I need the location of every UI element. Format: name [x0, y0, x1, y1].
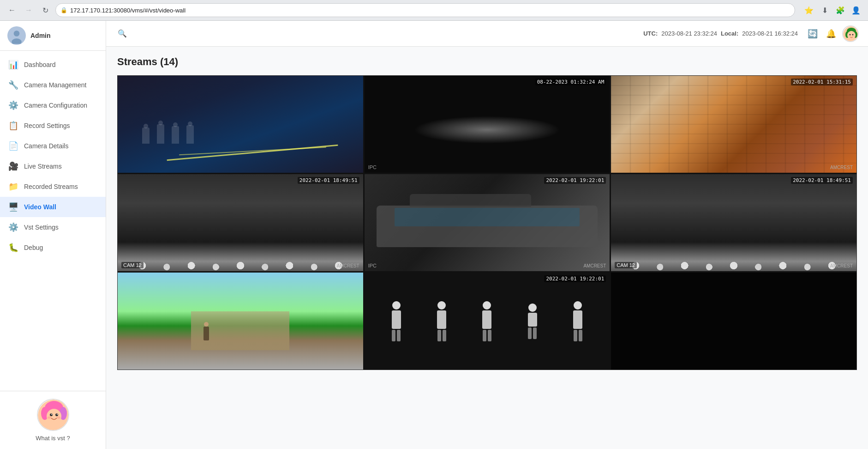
what-is-vst-label: What is vst ?: [7, 435, 98, 442]
thermal-person-3: [482, 301, 491, 341]
svg-point-8: [50, 413, 53, 416]
t-leg-r: [397, 330, 401, 341]
cell-2-cam-label: IPC: [368, 164, 377, 170]
park-person: [204, 327, 209, 340]
thermal-person-2: [437, 301, 446, 341]
t-leg-l: [574, 330, 577, 341]
browser-actions: ⭐ ⬇ 🧩 👤: [802, 4, 862, 17]
video-cell-3[interactable]: 2022-02-01 15:31:15 AMCREST: [611, 76, 856, 173]
t-body: [573, 310, 582, 329]
t-head: [574, 301, 582, 309]
camera-management-icon: 🔧: [8, 80, 18, 90]
sidebar-item-label: Video Wall: [24, 203, 56, 211]
sidebar-item-label: Camera Management: [24, 81, 86, 89]
t-legs: [574, 330, 582, 341]
thermal-person-4: [528, 303, 537, 339]
sidebar-item-label: Camera Details: [24, 142, 68, 150]
thermal-person-1: [392, 301, 401, 341]
refresh-button[interactable]: 🔄: [805, 26, 820, 41]
cell-6-timestamp: 2022-02-01 18:49:51: [791, 177, 853, 184]
camera-configuration-icon: ⚙️: [8, 100, 18, 110]
record-settings-icon: 📋: [8, 121, 18, 131]
t-legs: [528, 328, 537, 339]
store-shelves: [611, 76, 856, 173]
t-legs: [437, 330, 446, 341]
t-leg-l: [437, 330, 441, 341]
cell-4-cam-label: CAM 12: [121, 262, 144, 268]
sidebar-item-vst-settings[interactable]: ⚙️ Vst Settings: [0, 217, 106, 237]
cell-8-timestamp: 2022-02-01 19:22:01: [544, 275, 606, 282]
lock-icon: 🔒: [60, 7, 67, 13]
sidebar-item-label: Record Settings: [24, 122, 70, 129]
thermal-person-5: [573, 301, 582, 341]
sidebar-item-video-wall[interactable]: 🖥️ Video Wall: [0, 197, 106, 217]
sidebar-item-camera-management[interactable]: 🔧 Camera Management: [0, 75, 106, 95]
sidebar-header: Admin: [0, 21, 106, 51]
back-button[interactable]: ←: [6, 4, 18, 17]
user-avatar-top[interactable]: [842, 25, 859, 42]
person-3: [172, 126, 179, 144]
svg-point-19: [850, 34, 851, 35]
cell-6-cam-label: CAM 12: [615, 262, 637, 268]
address-bar[interactable]: 🔒 172.17.170.121:30080/vms/#/vst/video-w…: [55, 3, 795, 17]
cell-5-timestamp: 2022-02-01 19:22:01: [544, 177, 606, 184]
sidebar-item-live-streams[interactable]: 🎥 Live Streams: [0, 156, 106, 176]
person-2: [157, 124, 164, 144]
video-cell-5[interactable]: 2022-02-01 19:22:01 IPC AMCREST: [365, 174, 610, 271]
user-avatar[interactable]: [37, 399, 69, 431]
live-streams-icon: 🎥: [8, 161, 18, 171]
top-bar-right: UTC: 2023-08-21 23:32:24 Local: 2023-08-…: [643, 25, 859, 42]
admin-avatar: [7, 26, 26, 45]
t-leg-r: [488, 330, 491, 341]
video-cell-2[interactable]: 08-22-2023 01:32:24 AM IPC: [365, 76, 610, 173]
t-head: [528, 303, 537, 312]
video-cell-1[interactable]: [118, 76, 363, 173]
video-cell-4[interactable]: 2022-02-01 18:49:51 CAM 12 AMCREST: [118, 174, 363, 271]
sidebar-footer: What is vst ?: [0, 391, 106, 449]
mist-overlay: [413, 116, 561, 144]
sidebar-item-camera-details[interactable]: 📄 Camera Details: [0, 136, 106, 156]
main-content: 🔍 UTC: 2023-08-21 23:32:24 Local: 2023-0…: [106, 21, 868, 449]
thermal-people: [365, 273, 610, 370]
profile-button[interactable]: 👤: [850, 4, 862, 17]
search-button[interactable]: 🔍: [115, 27, 129, 41]
sidebar-item-debug[interactable]: 🐛 Debug: [0, 237, 106, 258]
t-leg-l: [483, 330, 486, 341]
download-button[interactable]: ⬇: [818, 4, 831, 17]
notifications-button[interactable]: 🔔: [824, 26, 838, 41]
cell-5-cam-label: IPC: [368, 263, 377, 268]
svg-point-20: [852, 34, 854, 35]
sidebar-item-recorded-streams[interactable]: 📁 Recorded Streams: [0, 176, 106, 197]
sidebar-item-camera-configuration[interactable]: ⚙️ Camera Configuration: [0, 95, 106, 115]
svg-point-12: [48, 417, 51, 419]
video-cell-6[interactable]: 2022-02-01 18:49:51 CAM 12 AMCREST: [611, 174, 856, 271]
sidebar-item-record-settings[interactable]: 📋 Record Settings: [0, 115, 106, 136]
car-silhouette: [377, 206, 598, 247]
video-cell-7[interactable]: [118, 273, 363, 370]
sidebar-item-dashboard[interactable]: 📊 Dashboard: [0, 55, 106, 75]
video-cell-9[interactable]: [611, 273, 856, 370]
svg-point-18: [847, 31, 856, 39]
t-body: [528, 313, 537, 327]
forward-button[interactable]: →: [22, 4, 35, 17]
top-bar-actions: 🔄 🔔: [805, 25, 859, 42]
t-leg-l: [392, 330, 395, 341]
t-body: [437, 310, 446, 329]
app-layout: Admin 📊 Dashboard 🔧 Camera Management ⚙️…: [0, 21, 868, 449]
parking-lines: [167, 145, 338, 161]
reload-button[interactable]: ↻: [39, 4, 52, 17]
pocket-button[interactable]: ⭐: [802, 4, 815, 17]
cell-6-brand: AMCREST: [830, 263, 853, 268]
svg-point-13: [57, 417, 60, 419]
extensions-button[interactable]: 🧩: [834, 4, 847, 17]
sidebar-item-label: Debug: [24, 244, 43, 251]
cell-3-timestamp: 2022-02-01 15:31:15: [791, 79, 853, 85]
video-cell-8[interactable]: 2022-02-01 19:22:01: [365, 273, 610, 370]
cell-4-timestamp: 2022-02-01 18:49:51: [298, 177, 359, 184]
url-text: 172.17.170.121:30080/vms/#/vst/video-wal…: [70, 7, 186, 14]
t-leg-r: [579, 330, 582, 341]
people-overlay: [142, 124, 194, 144]
t-body: [482, 310, 491, 329]
t-legs: [483, 330, 491, 341]
svg-point-10: [51, 414, 52, 415]
